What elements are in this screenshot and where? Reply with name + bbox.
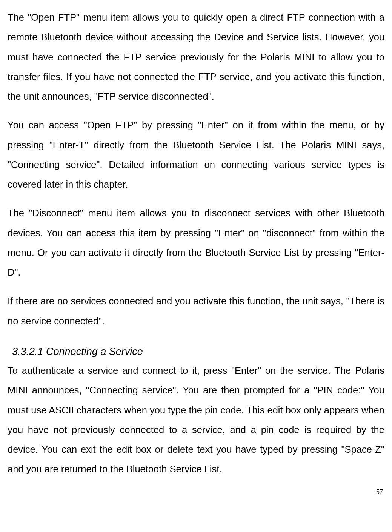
body-paragraph: If there are no services connected and y…: [8, 291, 384, 331]
page-number: 57: [8, 488, 384, 496]
section-heading: 3.3.2.1 Connecting a Service: [12, 346, 384, 358]
document-page: The "Open FTP" menu item allows you to q…: [0, 0, 392, 500]
body-paragraph: You can access "Open FTP" by pressing "E…: [8, 115, 384, 194]
body-paragraph: The "Disconnect" menu item allows you to…: [8, 203, 384, 282]
body-paragraph: The "Open FTP" menu item allows you to q…: [8, 8, 384, 106]
body-paragraph: To authenticate a service and connect to…: [8, 361, 384, 479]
